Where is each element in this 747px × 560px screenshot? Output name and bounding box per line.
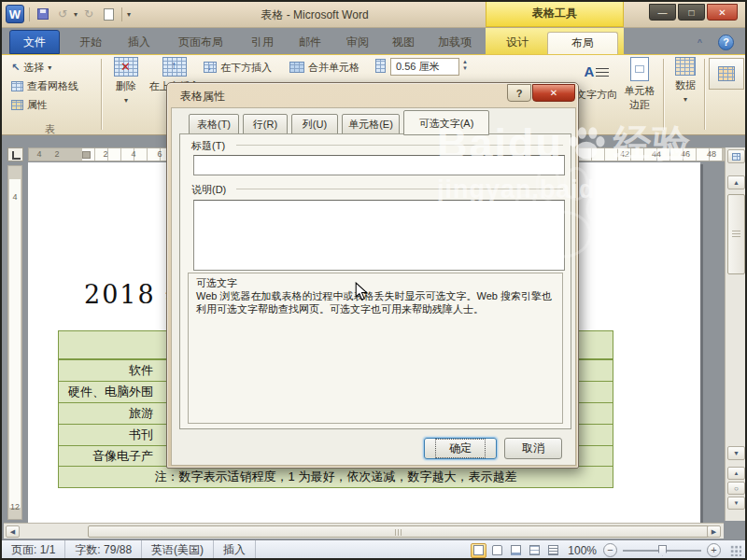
table-note-row[interactable]: 注：数字表示适销程度，1 为最好，依次递减，数字越大，表示越差 [58, 466, 613, 488]
text-direction-label: 文字方向 [576, 88, 617, 102]
row-height-input[interactable]: 0.56 厘米 [390, 58, 459, 76]
tab-file[interactable]: 文件 [9, 30, 60, 54]
tab-home[interactable]: 开始 [67, 32, 114, 54]
scrollbar-thumb[interactable] [727, 194, 745, 274]
table-cell[interactable]: 音像电子产 [59, 446, 169, 466]
zoom-level[interactable]: 100% [568, 544, 597, 557]
properties-label: 属性 [27, 98, 48, 112]
dialog-tab-cell[interactable]: 单元格(E) [342, 114, 400, 134]
select-label: 选择 [23, 61, 44, 75]
minimize-button[interactable]: — [649, 4, 676, 21]
dialog-tab-table[interactable]: 表格(T) [189, 114, 239, 134]
draft-view-icon [548, 545, 558, 555]
zoom-slider-thumb[interactable] [658, 545, 667, 556]
resize-grip[interactable] [729, 544, 741, 556]
draft-view-button[interactable] [545, 543, 561, 558]
undo-button[interactable]: ↺ [54, 6, 71, 22]
collapse-ribbon-button[interactable]: ^ [698, 37, 702, 47]
row-height-spinner[interactable]: ▲ ▼ [462, 59, 468, 71]
tab-mailings[interactable]: 邮件 [288, 32, 332, 54]
outline-view-button[interactable] [527, 543, 543, 558]
watermark-url: jingyan.baidu.com [437, 175, 674, 204]
close-button[interactable]: ✕ [707, 4, 738, 21]
fullscreen-reading-view-button[interactable] [489, 543, 505, 558]
scroll-left-button[interactable]: ◀ [6, 525, 20, 538]
zoom-in-button[interactable]: + [707, 543, 721, 557]
direction-lines-icon [596, 65, 609, 77]
help-button[interactable]: ? [718, 35, 734, 50]
table-cell[interactable]: 旅游 [59, 403, 169, 424]
cancel-button[interactable]: 取消 [504, 438, 562, 459]
select-button[interactable]: ↖ 选择 ▾ [11, 59, 51, 76]
data-button[interactable]: 数据 ▾ [667, 57, 704, 104]
cell-margins-button[interactable]: 单元格 边距 [618, 57, 661, 112]
caret-down-icon: ▾ [124, 96, 128, 105]
tab-references[interactable]: 引用 [239, 32, 286, 54]
redo-button[interactable]: ↻ [80, 6, 97, 22]
insert-below-button[interactable]: ↓ 在下方插入 [204, 59, 272, 76]
status-page[interactable]: 页面: 1/1 [2, 540, 65, 560]
indent-marker[interactable] [82, 151, 91, 159]
horizontal-scrollbar[interactable]: ◀ ▶ [4, 523, 724, 539]
tab-addins[interactable]: 加载项 [428, 32, 482, 54]
vertical-ruler[interactable]: 4 12 [7, 165, 22, 520]
tab-stop-selector[interactable] [7, 147, 23, 161]
previous-page-button[interactable]: ▲ [727, 467, 745, 480]
table-cell[interactable]: 软件 [59, 360, 169, 381]
data-icon [675, 57, 696, 76]
dialog-close-button[interactable]: ✕ [532, 84, 575, 102]
caret-down-icon: ▾ [684, 95, 687, 104]
customize-qat-button[interactable]: ▾ [127, 10, 131, 19]
scroll-down-button[interactable]: ▼ [727, 446, 745, 460]
cell-margins-label-1: 单元格 [625, 84, 655, 98]
table-cell[interactable] [59, 331, 169, 358]
tab-page-layout[interactable]: 页面布局 [164, 32, 237, 54]
ok-label: 确定 [435, 439, 486, 458]
tab-layout[interactable]: 布局 [547, 32, 618, 54]
tab-view[interactable]: 视图 [381, 32, 426, 54]
scroll-right-button[interactable]: ▶ [707, 525, 721, 538]
dialog-tab-row[interactable]: 行(R) [243, 114, 288, 134]
ribbon-edge-button[interactable] [709, 58, 744, 90]
table-cell[interactable]: 硬件、电脑外围 [59, 382, 169, 402]
scrollbar-thumb[interactable] [88, 525, 710, 538]
quick-access-toolbar: W ↺ ▾ ↻ ▾ [6, 5, 131, 23]
tab-review[interactable]: 审阅 [334, 32, 381, 54]
alt-text-section-label: 可选文字 [196, 276, 237, 290]
merge-cells-button[interactable]: 合并单元格 [289, 59, 359, 76]
ruler-number: 4 [8, 192, 21, 202]
web-layout-view-button[interactable] [508, 543, 524, 558]
scroll-up-button[interactable]: ▲ [727, 175, 745, 189]
status-language[interactable]: 英语(美国) [142, 540, 214, 560]
table-cell[interactable]: 书刊 [59, 425, 169, 445]
delete-x-icon: ✕ [120, 61, 131, 73]
vertical-scrollbar[interactable]: ▲ ▼ ▲ ○ ▼ [725, 147, 746, 521]
delete-table-icon: ✕ [114, 57, 138, 77]
properties-button[interactable]: 属性 [11, 96, 48, 113]
ruler-number: 2 [50, 149, 63, 159]
tab-design[interactable]: 设计 [491, 32, 543, 54]
tab-insert[interactable]: 插入 [116, 32, 162, 54]
save-button[interactable] [35, 6, 51, 22]
divider [121, 7, 122, 21]
mouse-cursor [355, 282, 368, 301]
dialog-help-button[interactable]: ? [507, 84, 531, 102]
ruler-toggle-button[interactable] [727, 149, 745, 163]
status-insert-mode[interactable]: 插入 [214, 540, 256, 560]
ok-button[interactable]: 确定 [424, 438, 497, 459]
text-direction-button[interactable]: A 文字方向 [575, 57, 618, 102]
view-gridlines-button[interactable]: 查看网格线 [11, 77, 78, 94]
zoom-out-button[interactable]: − [603, 543, 617, 557]
print-layout-view-button[interactable] [471, 543, 486, 558]
group-divider [101, 59, 102, 130]
maximize-button[interactable]: □ [678, 4, 705, 21]
status-word-count[interactable]: 字数: 79/88 [65, 540, 142, 560]
zoom-slider[interactable] [623, 550, 701, 552]
next-page-button[interactable]: ▼ [727, 497, 745, 510]
dialog-tab-column[interactable]: 列(U) [291, 114, 338, 134]
word-app-icon[interactable]: W [6, 5, 24, 23]
delete-button[interactable]: ✕ 删除 ▾ [105, 57, 148, 105]
title-field-label: 标题(T) [191, 139, 230, 153]
browse-object-button[interactable]: ○ [727, 482, 745, 495]
new-document-button[interactable] [100, 6, 117, 22]
